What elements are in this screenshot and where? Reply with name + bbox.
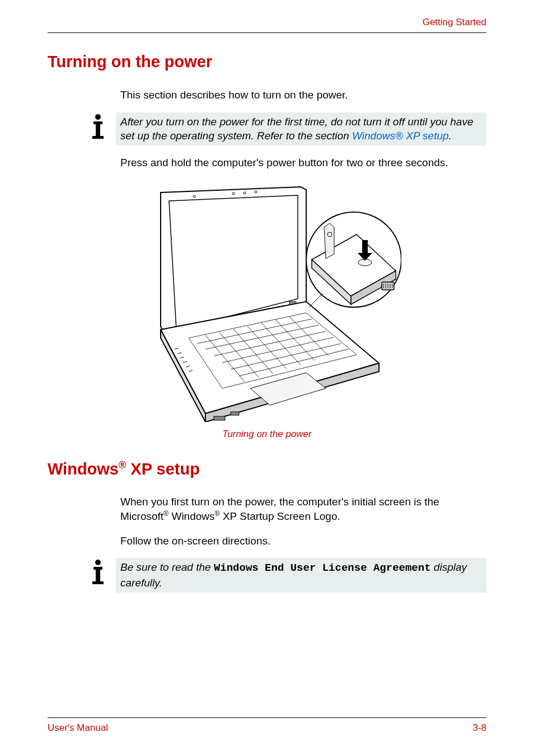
note-text-part2: . [449, 130, 452, 142]
intro-text: This section describes how to turn on th… [120, 88, 486, 102]
info-icon [87, 112, 109, 140]
svg-rect-30 [231, 412, 239, 415]
svg-rect-29 [214, 416, 225, 420]
xp-para2: Follow the on-screen directions. [120, 534, 486, 548]
eula-text: Windows End User License Agreement [214, 562, 431, 574]
footer-page-number: 3-8 [472, 722, 486, 734]
info-note-row-2: Be sure to read the Windows End User Lic… [48, 558, 486, 592]
xp-setup-link[interactable]: Windows® XP setup [352, 130, 449, 142]
svg-rect-3 [92, 136, 104, 139]
laptop-illustration [133, 181, 401, 422]
laptop-figure: Turning on the power [48, 181, 486, 440]
chapter-title: Getting Started [423, 17, 486, 27]
instruction-text: Press and hold the computer's power butt… [120, 156, 486, 170]
svg-point-0 [95, 114, 101, 120]
svg-line-40 [309, 293, 323, 307]
xp-para1: When you first turn on the power, the co… [120, 495, 486, 524]
svg-rect-43 [96, 567, 100, 581]
info-note-text: After you turn on the power for the firs… [116, 112, 486, 145]
info-icon [87, 558, 109, 586]
section-heading-xp: Windows® XP setup [48, 459, 486, 478]
page-header: Getting Started [48, 17, 486, 33]
section-heading-power: Turning on the power [48, 53, 486, 71]
page-footer: User's Manual 3-8 [48, 717, 486, 734]
svg-rect-2 [96, 121, 100, 136]
figure-caption: Turning on the power [48, 429, 486, 440]
info-note-row: After you turn on the power for the firs… [48, 112, 486, 145]
footer-manual: User's Manual [48, 722, 108, 734]
svg-point-41 [95, 560, 101, 565]
svg-rect-44 [92, 581, 104, 584]
info-note-text-2: Be sure to read the Windows End User Lic… [116, 558, 486, 592]
